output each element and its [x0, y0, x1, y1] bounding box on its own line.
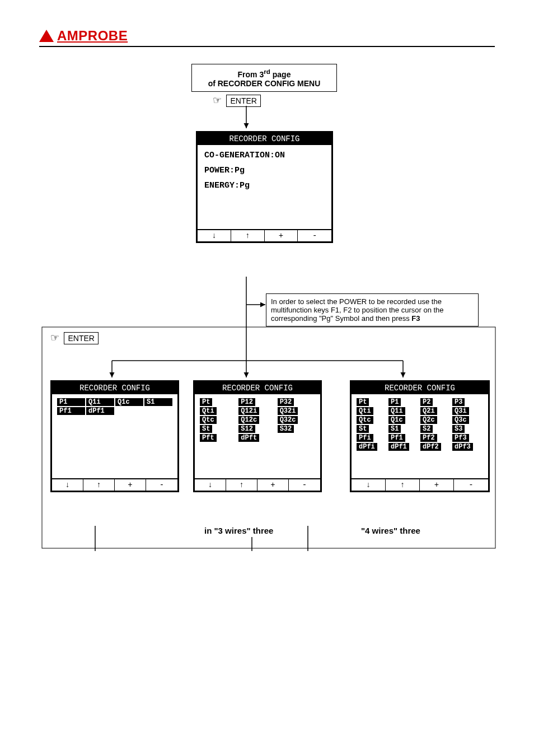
param[interactable]: Pfi	[357, 434, 373, 442]
enter-key[interactable]: ENTER	[64, 332, 98, 344]
param[interactable]: Q3c	[452, 416, 469, 424]
screen-title: RECORDER CONFIG	[352, 382, 488, 394]
screen-body: CO-GENERATION:ON POWER:Pg ENERGY:Pg	[198, 145, 331, 229]
caption-3wires: in "3 wires" three	[204, 526, 273, 535]
f4-key[interactable]: -	[146, 479, 177, 491]
screen-title: RECORDER CONFIG	[195, 382, 320, 394]
param[interactable]: Q32i	[278, 407, 298, 415]
param[interactable]: Pf1	[388, 434, 405, 442]
flow-diagram: From 3rd page of RECORDER CONFIG MENU ☞ …	[39, 64, 495, 680]
param[interactable]: S1	[144, 398, 172, 406]
note-text: corresponding "Pg" Symbol and then press	[271, 314, 411, 323]
param[interactable]: Q32c	[278, 416, 298, 424]
param[interactable]: P3	[452, 398, 465, 406]
param[interactable]: Qtc	[200, 416, 217, 424]
main-screen: RECORDER CONFIG CO-GENERATION:ON POWER:P…	[196, 131, 333, 243]
param[interactable]: Qti	[200, 407, 217, 415]
param[interactable]: Qtc	[357, 416, 373, 424]
param[interactable]: S3	[452, 425, 465, 433]
screen-title: RECORDER CONFIG	[198, 133, 331, 145]
param[interactable]: P32	[278, 398, 294, 406]
hint-sup: rd	[264, 68, 270, 75]
note-bold: F3	[411, 314, 420, 323]
brand-name: AMPROBE	[57, 28, 128, 44]
param[interactable]: Q3i	[452, 407, 469, 415]
param[interactable]: Pf1	[57, 407, 85, 415]
brand-header: AMPROBE	[39, 28, 495, 47]
f1-key[interactable]: ↓	[52, 479, 83, 491]
screen-body: Pt Qti Qtc St Pft P12 Q12i Q12c S12 dPft…	[195, 394, 320, 478]
top-hint-box: From 3rd page of RECORDER CONFIG MENU	[191, 64, 337, 92]
hint-text2: of RECORDER CONFIG MENU	[208, 79, 321, 88]
enter-row-top: ☞ ENTER	[213, 94, 261, 107]
instruction-note: In order to select the POWER to be recor…	[266, 293, 479, 326]
param[interactable]: dPf3	[452, 443, 473, 451]
screen-3wires: RECORDER CONFIG Pt Qti Qtc St Pft P12 Q1…	[193, 380, 322, 492]
param[interactable]: Pf2	[420, 434, 437, 442]
fnkeys: ↓ ↑ + -	[52, 478, 177, 491]
param[interactable]: Q1i	[388, 407, 405, 415]
fnkeys: ↓ ↑ + -	[352, 478, 488, 491]
param[interactable]: dPft	[238, 434, 259, 442]
cfg-line: POWER:Pg	[204, 166, 325, 175]
param[interactable]: Q1i	[86, 398, 114, 406]
param[interactable]: St	[200, 425, 212, 433]
f2-key[interactable]: ↑	[226, 479, 257, 491]
enter-key[interactable]: ENTER	[226, 95, 260, 107]
param[interactable]: Q2c	[420, 416, 437, 424]
fnkeys: ↓ ↑ + -	[195, 478, 320, 491]
f2-key[interactable]: ↑	[83, 479, 115, 491]
param[interactable]: S12	[238, 425, 255, 433]
hand-icon: ☞	[213, 95, 222, 106]
enter-row-side: ☞ ENTER	[50, 332, 99, 344]
note-text: multifunction keys F1, F2 to position th…	[271, 306, 444, 314]
screen-body: Pt Qti Qtc St Pfi dPfi P1 Q1i Q1c S1 Pf1…	[352, 394, 488, 478]
param[interactable]: Q2i	[420, 407, 437, 415]
cfg-line: ENERGY:Pg	[204, 181, 325, 190]
param[interactable]: P1	[388, 398, 401, 406]
param[interactable]: Q12i	[238, 407, 259, 415]
param[interactable]: dPf2	[420, 443, 441, 451]
fnkeys: ↓ ↑ + -	[198, 229, 331, 241]
f3-key[interactable]: +	[265, 230, 298, 241]
param[interactable]: S2	[420, 425, 433, 433]
param[interactable]: S32	[278, 425, 294, 433]
f4-key[interactable]: -	[298, 230, 331, 241]
f4-key[interactable]: -	[454, 479, 488, 491]
param[interactable]: dPf1	[388, 443, 409, 451]
f1-key[interactable]: ↓	[198, 230, 231, 241]
f1-key[interactable]: ↓	[352, 479, 386, 491]
cfg-line: CO-GENERATION:ON	[204, 151, 325, 160]
hint-textb: page	[270, 70, 291, 79]
param[interactable]: Q1c	[388, 416, 405, 424]
param[interactable]: Pt	[357, 398, 369, 406]
param[interactable]: P12	[238, 398, 255, 406]
screen-title: RECORDER CONFIG	[52, 382, 177, 394]
param[interactable]: St	[357, 425, 369, 433]
param[interactable]: P1	[57, 398, 85, 406]
f2-key[interactable]: ↑	[231, 230, 265, 241]
f3-key[interactable]: +	[420, 479, 454, 491]
param[interactable]: dPf1	[86, 407, 114, 415]
param[interactable]: dPfi	[357, 443, 377, 451]
caption-4wires: "4 wires" three	[361, 526, 420, 535]
param[interactable]: Q12c	[238, 416, 259, 424]
hint-text: From 3	[238, 70, 264, 79]
param[interactable]: P2	[420, 398, 433, 406]
f4-key[interactable]: -	[289, 479, 320, 491]
hand-icon: ☞	[50, 332, 59, 343]
warning-triangle-icon	[39, 30, 54, 42]
param[interactable]: S1	[388, 425, 401, 433]
screen-body: P1 Q1i Q1c S1 Pf1 dPf1	[52, 394, 177, 478]
param[interactable]: Q1c	[115, 398, 143, 406]
f1-key[interactable]: ↓	[195, 479, 226, 491]
screen-single-phase: RECORDER CONFIG P1 Q1i Q1c S1 Pf1 dPf1 ↓…	[50, 380, 179, 492]
param[interactable]: Qti	[357, 407, 373, 415]
param[interactable]: Pt	[200, 398, 212, 406]
f2-key[interactable]: ↑	[386, 479, 420, 491]
param[interactable]: Pft	[200, 434, 217, 442]
f3-key[interactable]: +	[257, 479, 289, 491]
f3-key[interactable]: +	[115, 479, 146, 491]
screen-4wires: RECORDER CONFIG Pt Qti Qtc St Pfi dPfi P…	[350, 380, 490, 492]
param[interactable]: Pf3	[452, 434, 469, 442]
